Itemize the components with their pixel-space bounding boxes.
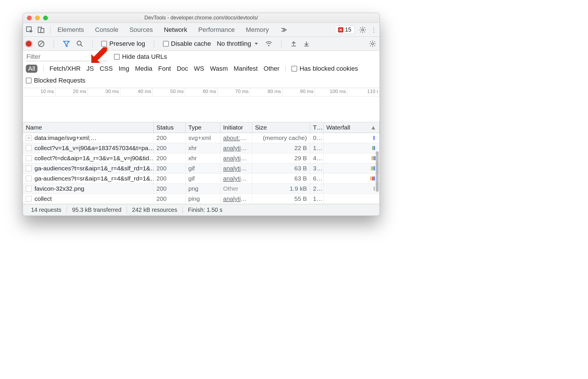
- svg-line-7: [81, 45, 83, 47]
- type-chip-img[interactable]: Img: [119, 65, 129, 72]
- col-header-time[interactable]: T…: [310, 122, 323, 133]
- col-header-type[interactable]: Type: [185, 122, 220, 133]
- request-time: 1…: [310, 194, 323, 204]
- more-options-icon[interactable]: ⋮: [371, 26, 377, 33]
- request-status: 200: [153, 163, 185, 174]
- hide-data-urls-label: Hide data URLs: [122, 53, 167, 61]
- generic-file-icon: [26, 165, 32, 171]
- timeline-tick-label: 90 ms: [300, 89, 313, 94]
- col-header-initiator[interactable]: Initiator: [220, 122, 252, 133]
- request-initiator[interactable]: analytic…: [220, 194, 252, 204]
- separator: [281, 40, 282, 48]
- request-name: favicon-32x32.png: [35, 185, 84, 192]
- checkbox-icon: [114, 54, 120, 60]
- request-size: 63 B: [252, 174, 310, 184]
- preserve-log-label: Preserve log: [109, 40, 145, 48]
- filter-input[interactable]: [26, 52, 107, 61]
- throttling-select[interactable]: No throttling: [217, 40, 259, 48]
- table-row[interactable]: collect?v=1&_v=j90&a=1837457034&t=pa…200…: [23, 143, 380, 153]
- request-type: gif: [185, 163, 220, 174]
- network-settings-gear-icon[interactable]: [369, 40, 377, 48]
- col-header-status[interactable]: Status: [153, 122, 185, 133]
- requests-table: Name Status Type Initiator Size T… Water…: [23, 122, 380, 204]
- errors-badge[interactable]: ✕ 15: [335, 25, 355, 34]
- blocked-requests-checkbox[interactable]: Blocked Requests: [26, 77, 377, 84]
- type-chip-js[interactable]: JS: [86, 65, 94, 72]
- request-name: data:image/svg+xml;…: [35, 134, 97, 141]
- type-chip-font[interactable]: Font: [158, 65, 171, 72]
- network-conditions-icon[interactable]: [265, 40, 273, 48]
- type-chip-wasm[interactable]: Wasm: [210, 65, 228, 72]
- svg-rect-2: [41, 28, 44, 32]
- tab-sources[interactable]: Sources: [129, 26, 153, 34]
- toggle-device-toolbar-icon[interactable]: [37, 25, 46, 34]
- request-name: ga-audiences?t=sr&aip=1&_r=4&slf_rd=1&…: [35, 165, 153, 172]
- generic-file-icon: [26, 145, 32, 151]
- request-type: xhr: [185, 153, 220, 163]
- timeline-overview[interactable]: 10 ms20 ms30 ms40 ms50 ms60 ms70 ms80 ms…: [23, 88, 380, 122]
- request-initiator[interactable]: analytic…: [220, 153, 252, 163]
- type-chip-all[interactable]: All: [26, 65, 37, 73]
- tab-performance[interactable]: Performance: [198, 26, 235, 34]
- request-initiator[interactable]: analytic…: [220, 143, 252, 153]
- timeline-tick-label: 50 ms: [170, 89, 184, 94]
- request-name: collect?t=dc&aip=1&_r=3&v=1&_v=j90&tid…: [35, 155, 153, 162]
- checkbox-icon: [26, 78, 32, 83]
- type-chip-css[interactable]: CSS: [100, 65, 113, 72]
- type-chip-fetch-xhr[interactable]: Fetch/XHR: [49, 65, 81, 72]
- tab-console[interactable]: Console: [95, 26, 119, 34]
- type-chip-manifest[interactable]: Manifest: [234, 65, 258, 72]
- request-initiator[interactable]: analytic…: [220, 163, 252, 174]
- table-row[interactable]: collect200pinganalytic…55 B1…: [23, 194, 380, 204]
- request-time: 2…: [310, 184, 323, 194]
- request-initiator[interactable]: about:cl…: [220, 133, 252, 143]
- clear-button-icon[interactable]: [37, 40, 45, 48]
- record-button[interactable]: [26, 41, 32, 47]
- request-size: 55 B: [252, 194, 310, 204]
- request-time: 4…: [310, 153, 323, 163]
- col-header-waterfall[interactable]: Waterfall▲: [323, 122, 380, 133]
- more-tabs-icon[interactable]: [279, 26, 287, 34]
- search-icon[interactable]: [76, 40, 84, 48]
- type-chip-other[interactable]: Other: [264, 65, 280, 72]
- request-type: svg+xml: [185, 133, 220, 143]
- request-waterfall: [323, 194, 380, 204]
- sort-asc-icon: ▲: [370, 124, 376, 131]
- download-har-icon[interactable]: [303, 40, 310, 47]
- statusbar: 14 requests 95.3 kB transferred 242 kB r…: [23, 204, 380, 216]
- table-row[interactable]: ga-audiences?t=sr&aip=1&_r=4&slf_rd=1&…2…: [23, 163, 380, 174]
- filter-bar: Hide data URLs AllFetch/XHRJSCSSImgMedia…: [23, 51, 380, 88]
- type-chip-media[interactable]: Media: [135, 65, 153, 72]
- inspect-element-icon[interactable]: [25, 25, 34, 34]
- tab-network[interactable]: Network: [163, 26, 188, 34]
- scrollbar-thumb[interactable]: [376, 151, 379, 192]
- request-size: 22 B: [252, 143, 310, 153]
- type-chip-doc[interactable]: Doc: [177, 65, 188, 72]
- request-status: 200: [153, 153, 185, 163]
- tab-elements[interactable]: Elements: [57, 26, 85, 34]
- preserve-log-checkbox[interactable]: Preserve log: [101, 40, 145, 48]
- request-time: 6…: [310, 174, 323, 184]
- hide-data-urls-checkbox[interactable]: Hide data URLs: [114, 53, 167, 61]
- timeline-tick-label: 80 ms: [268, 89, 281, 94]
- col-header-size[interactable]: Size: [252, 122, 310, 133]
- request-type: ping: [185, 194, 220, 204]
- request-waterfall: [323, 174, 380, 184]
- table-row[interactable]: ga-audiences?t=sr&aip=1&_r=4&slf_rd=1&…2…: [23, 174, 380, 184]
- upload-har-icon[interactable]: [290, 40, 297, 47]
- settings-gear-icon[interactable]: [359, 26, 367, 34]
- type-chip-ws[interactable]: WS: [194, 65, 204, 72]
- table-row[interactable]: ≡data:image/svg+xml;…200svg+xmlabout:cl……: [23, 133, 380, 143]
- request-status: 200: [153, 174, 185, 184]
- filter-toggle-icon[interactable]: [63, 40, 70, 48]
- request-initiator[interactable]: analytic…: [220, 174, 252, 184]
- has-blocked-cookies-checkbox[interactable]: Has blocked cookies: [291, 65, 358, 72]
- request-initiator: Other: [220, 184, 252, 194]
- disable-cache-checkbox[interactable]: Disable cache: [163, 40, 211, 48]
- table-row[interactable]: collect?t=dc&aip=1&_r=3&v=1&_v=j90&tid…2…: [23, 153, 380, 163]
- separator: [154, 40, 154, 48]
- tab-memory[interactable]: Memory: [245, 26, 269, 34]
- devtools-tabs-row: ElementsConsoleSourcesNetworkPerformance…: [23, 23, 380, 37]
- table-row[interactable]: favicon-32x32.png200pngOther1.9 kB2…: [23, 184, 380, 194]
- col-header-name[interactable]: Name: [23, 122, 153, 133]
